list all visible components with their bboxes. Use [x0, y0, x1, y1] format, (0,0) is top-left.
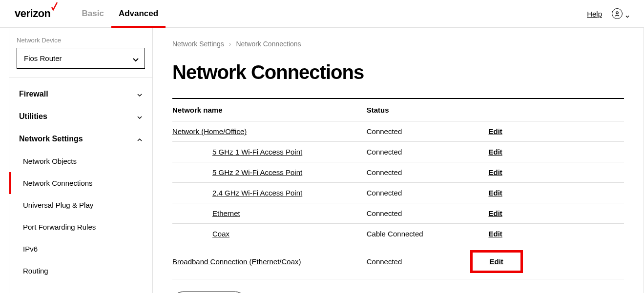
table-header-status: Status — [367, 98, 489, 121]
edit-link[interactable]: Edit — [489, 127, 502, 136]
edit-link[interactable]: Edit — [490, 257, 503, 266]
table-row: 2.4 GHz Wi-Fi Access PointConnectedEdit — [172, 183, 624, 203]
cell-action: Edit — [489, 162, 624, 183]
chevron-down-icon — [625, 12, 629, 16]
cell-action: Edit — [489, 121, 624, 142]
logo-text: verizon — [15, 7, 51, 20]
cell-action: Edit — [489, 183, 624, 203]
device-label: Network Device — [17, 37, 145, 44]
page-title: Network Connections — [172, 61, 624, 83]
nav-group-firewall[interactable]: Firewall — [9, 83, 152, 105]
device-select[interactable]: Fios Router — [17, 48, 145, 69]
connections-table: Network name Status Network (Home/Office… — [172, 98, 624, 279]
network-link[interactable]: 5 GHz 1 Wi-Fi Access Point — [172, 148, 302, 156]
nav-group-label: Firewall — [19, 90, 48, 98]
sidebar-item-routing[interactable]: Routing — [9, 260, 152, 282]
chevron-right-icon: › — [229, 40, 231, 48]
edit-link[interactable]: Edit — [489, 148, 502, 156]
sidebar-item-port-forwarding[interactable]: Port Forwarding Rules — [9, 216, 152, 238]
chevron-down-icon — [137, 114, 143, 119]
table-row: Network (Home/Office)ConnectedEdit — [172, 121, 624, 142]
breadcrumb-parent[interactable]: Network Settings — [172, 40, 224, 48]
cell-status: Connected — [367, 162, 489, 183]
network-link[interactable]: Ethernet — [172, 209, 240, 217]
cell-name: Ethernet — [172, 203, 367, 224]
check-icon — [51, 5, 58, 15]
table-row: 5 GHz 2 Wi-Fi Access PointConnectedEdit — [172, 162, 624, 183]
cell-status: Cable Connected — [367, 224, 489, 244]
highlight-box: Edit — [470, 250, 523, 273]
nav-group-utilities[interactable]: Utilities — [9, 105, 152, 128]
nav-group-network-settings[interactable]: Network Settings — [9, 128, 152, 150]
sidebar-nav: Firewall Utilities Network Settings Netw… — [9, 78, 152, 287]
cell-status: Connected — [367, 203, 489, 224]
tab-basic[interactable]: Basic — [75, 0, 111, 28]
network-link[interactable]: Network (Home/Office) — [172, 127, 247, 136]
chevron-down-icon — [137, 91, 143, 97]
cell-action: Edit — [489, 244, 624, 279]
table-row: 5 GHz 1 Wi-Fi Access PointConnectedEdit — [172, 142, 624, 162]
verizon-logo: verizon — [15, 7, 58, 20]
cell-name: 2.4 GHz Wi-Fi Access Point — [172, 183, 367, 203]
cell-action: Edit — [489, 203, 624, 224]
table-header-action — [489, 98, 624, 121]
table-row: CoaxCable ConnectedEdit — [172, 224, 624, 244]
edit-link[interactable]: Edit — [489, 189, 502, 197]
nav-tabs: Basic Advanced — [75, 0, 166, 28]
network-link[interactable]: Coax — [172, 230, 229, 238]
cell-name: Broadband Connection (Ethernet/Coax) — [172, 244, 367, 279]
help-link[interactable]: Help — [587, 10, 602, 18]
cell-status: Connected — [367, 142, 489, 162]
device-section: Network Device Fios Router — [9, 28, 152, 78]
device-selected-value: Fios Router — [24, 54, 62, 62]
cell-name: Network (Home/Office) — [172, 121, 367, 142]
top-header: verizon Basic Advanced Help — [0, 0, 644, 28]
network-link[interactable]: 2.4 GHz Wi-Fi Access Point — [172, 189, 302, 197]
table-row: Broadband Connection (Ethernet/Coax)Conn… — [172, 244, 624, 279]
cell-action: Edit — [489, 142, 624, 162]
network-link[interactable]: Broadband Connection (Ethernet/Coax) — [172, 257, 301, 266]
svg-point-0 — [616, 12, 618, 14]
cell-status: Connected — [367, 121, 489, 142]
sidebar: Network Device Fios Router Firewall Util… — [9, 28, 153, 293]
tab-advanced[interactable]: Advanced — [111, 0, 166, 28]
sidebar-item-network-objects[interactable]: Network Objects — [9, 150, 152, 172]
edit-link[interactable]: Edit — [489, 230, 502, 238]
sidebar-item-upnp[interactable]: Universal Plug & Play — [9, 194, 152, 216]
table-header-name: Network name — [172, 98, 367, 121]
header-right: Help — [587, 8, 629, 19]
cell-name: 5 GHz 1 Wi-Fi Access Point — [172, 142, 367, 162]
cell-name: 5 GHz 2 Wi-Fi Access Point — [172, 162, 367, 183]
network-link[interactable]: 5 GHz 2 Wi-Fi Access Point — [172, 168, 302, 176]
breadcrumb: Network Settings › Network Connections — [172, 40, 624, 48]
edit-link[interactable]: Edit — [489, 168, 502, 176]
table-row: EthernetConnectedEdit — [172, 203, 624, 224]
content-area: Network Settings › Network Connections N… — [153, 28, 644, 293]
sidebar-item-network-connections[interactable]: Network Connections — [9, 172, 152, 194]
nav-group-label: Utilities — [19, 112, 47, 121]
sidebar-item-ipv6[interactable]: IPv6 — [9, 238, 152, 260]
chevron-up-icon — [137, 136, 143, 142]
cell-status: Connected — [367, 183, 489, 203]
cell-name: Coax — [172, 224, 367, 244]
chevron-down-icon — [132, 56, 138, 61]
user-menu[interactable] — [612, 8, 629, 19]
edit-link[interactable]: Edit — [489, 209, 502, 217]
nav-group-label: Network Settings — [19, 135, 83, 143]
breadcrumb-current: Network Connections — [236, 40, 301, 48]
main-layout: Network Device Fios Router Firewall Util… — [0, 28, 644, 293]
user-icon — [612, 8, 623, 19]
cell-action: Edit — [489, 224, 624, 244]
